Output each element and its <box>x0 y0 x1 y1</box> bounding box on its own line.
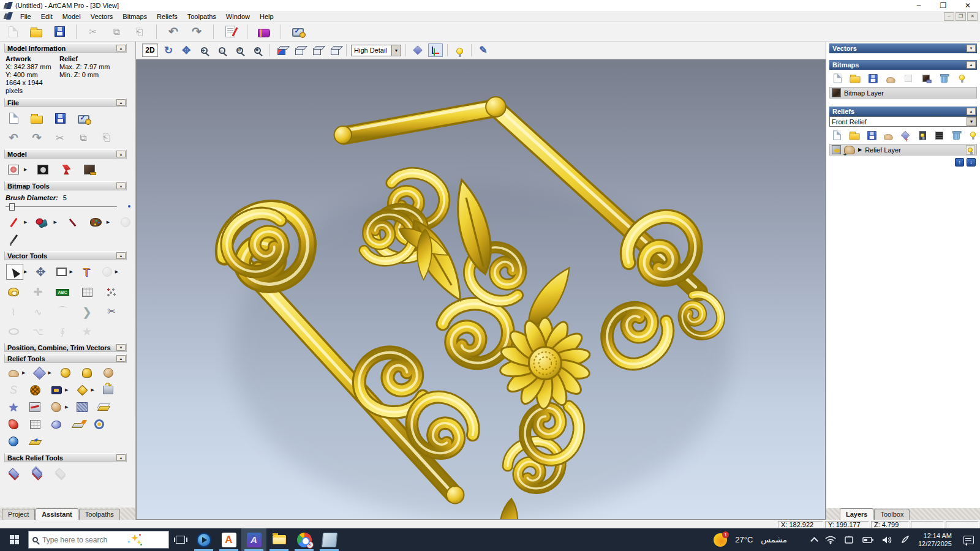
new-relief-layer-button[interactable] <box>832 130 842 141</box>
collapse-file-button[interactable]: ▲ <box>116 99 126 106</box>
dropdown-arrow-icon[interactable]: ▼ <box>391 45 401 56</box>
emboss-wizard-tool[interactable] <box>49 383 64 397</box>
toggle-all-bitmaps-button[interactable] <box>957 73 967 84</box>
create-text-tool[interactable]: T <box>79 264 94 279</box>
weather-temp[interactable]: 27°C <box>735 535 753 544</box>
artcam-options-button[interactable] <box>290 24 306 40</box>
trim-vectors-tool[interactable]: ✂ <box>104 304 119 319</box>
position-combine-trim-header[interactable]: Position, Combine, Trim Vectors ▼ <box>4 343 127 352</box>
tab-project[interactable]: Project <box>2 509 35 520</box>
expand-position-button[interactable]: ▼ <box>116 344 126 351</box>
isometric-view-button[interactable] <box>274 43 288 57</box>
move-layer-down-button[interactable]: ↓ <box>967 158 976 167</box>
dome-relief-tool[interactable] <box>49 417 64 432</box>
view-along-z-button[interactable] <box>327 43 342 57</box>
texture-relief-tool[interactable] <box>75 400 89 414</box>
undo-button[interactable]: ↶ <box>165 24 181 40</box>
paste-bitmap-layer-button[interactable] <box>903 73 914 84</box>
collapse-reliefs-button[interactable]: ▲ <box>967 108 976 115</box>
text-on-curve-tool[interactable]: ABC <box>55 285 70 299</box>
layer-visibility-button[interactable] <box>966 145 974 155</box>
open-bitmap-layer-button[interactable] <box>850 73 861 84</box>
save-relief-layer-button[interactable] <box>867 130 876 141</box>
lighting-material-tool[interactable] <box>59 162 74 177</box>
open-model-button[interactable] <box>28 24 44 40</box>
mdi-restore-button[interactable]: ❐ <box>956 12 966 21</box>
collapse-model-button[interactable]: ▲ <box>116 151 126 157</box>
sculpt-deposit-tool[interactable] <box>80 365 94 380</box>
expand-vectors-button[interactable]: ▼ <box>967 45 976 52</box>
sphere-relief-tool[interactable] <box>6 434 21 449</box>
view-along-y-button[interactable] <box>309 43 324 57</box>
bitmap-layer-row[interactable]: Bitmap Layer <box>829 87 977 99</box>
create-arc-tool[interactable]: ⌒ <box>55 304 70 319</box>
zoom-objects-button[interactable]: ❖ <box>250 43 265 57</box>
notification-center-icon[interactable] <box>963 536 974 544</box>
colour-palette-tool[interactable] <box>89 215 104 230</box>
taskbar-clock[interactable]: 12:14 AM 12/27/2025 <box>918 532 952 548</box>
search-input[interactable] <box>42 536 122 544</box>
relief-envelope-tool[interactable] <box>28 417 42 432</box>
new-model-tool[interactable] <box>6 111 21 126</box>
create-rectangle-tool[interactable] <box>54 264 69 279</box>
reliefs-header[interactable]: Reliefs ▲ <box>829 107 977 116</box>
open-model-tool[interactable] <box>29 111 44 126</box>
tab-toolpaths[interactable]: Toolpaths <box>79 509 120 520</box>
relief-set-dropdown[interactable]: Front Relief ▼ <box>829 116 977 127</box>
taskbar-app-explorer[interactable] <box>266 528 292 551</box>
collapse-bitmap-tools-button[interactable]: ▲ <box>116 182 126 189</box>
menu-edit[interactable]: Edit <box>36 12 58 21</box>
copy-relief-layer-button[interactable] <box>884 130 894 141</box>
relief-from-image-tool[interactable] <box>6 417 21 432</box>
offset-relief-tool[interactable] <box>96 400 111 414</box>
create-star-tool[interactable]: ★ <box>80 324 94 339</box>
save-model-tool[interactable] <box>53 111 67 126</box>
draw-relief-toggle[interactable] <box>410 43 425 57</box>
vectors-header[interactable]: Vectors ▼ <box>829 43 977 53</box>
cut-button[interactable]: ✂ <box>85 24 101 40</box>
light-toggle[interactable] <box>452 43 467 57</box>
zoom-out-button[interactable]: − <box>214 43 229 57</box>
dropdown-arrow-icon[interactable]: ▼ <box>967 117 976 126</box>
sculpt-smooth-tool[interactable] <box>58 365 73 380</box>
back-relief-tools-header[interactable]: Back Relief Tools ▲ <box>4 453 127 462</box>
merge-bitmap-layers-button[interactable] <box>921 73 932 84</box>
move-layer-up-button[interactable]: ↑ <box>955 158 964 167</box>
menu-help[interactable]: Help <box>255 12 279 21</box>
measure-tool[interactable] <box>6 285 21 299</box>
menu-bitmaps[interactable]: Bitmaps <box>118 12 152 21</box>
menu-file[interactable]: File <box>15 12 36 21</box>
rotate-view-button[interactable]: ↻ <box>161 43 176 57</box>
taskbar-search[interactable] <box>28 531 169 549</box>
block-copy-tool[interactable]: ✚ <box>31 285 45 299</box>
vector-tools-header[interactable]: Vector Tools ▲ <box>4 251 127 260</box>
collapse-model-info-button[interactable]: ▲ <box>116 45 126 51</box>
model-section-header[interactable]: Model ▲ <box>4 149 127 159</box>
taskbar-app-notepad[interactable] <box>317 528 342 551</box>
nesting-tool[interactable] <box>104 285 119 299</box>
reference-help-button[interactable] <box>256 24 272 40</box>
paste-button[interactable]: ⎗ <box>132 24 148 40</box>
colour-picker-tool[interactable] <box>66 215 80 230</box>
node-editing-tool[interactable] <box>100 264 115 279</box>
smooth-relief-tool[interactable] <box>32 365 47 380</box>
tab-toolbox[interactable]: Toolbox <box>874 509 910 520</box>
envelope-distort-tool[interactable] <box>80 285 94 299</box>
select-vectors-tool[interactable] <box>6 264 23 280</box>
expand-layer-arrow[interactable]: ▶ <box>858 147 862 152</box>
collapse-bitmaps-button[interactable]: ▲ <box>967 61 976 69</box>
menu-model[interactable]: Model <box>58 12 86 21</box>
star-relief-tool[interactable]: ★ <box>6 400 21 414</box>
toggle-2d-view-button[interactable]: 2D <box>142 43 158 57</box>
notes-button[interactable] <box>222 24 238 40</box>
back-relief-copy-tool[interactable] <box>29 466 44 481</box>
relief-layer-row[interactable]: ▶ Relief Layer <box>829 144 977 156</box>
weather-condition[interactable]: مشمس <box>761 535 787 544</box>
zoom-previous-button[interactable]: ↺ <box>232 43 247 57</box>
model-information-header[interactable]: Model Information ▲ <box>4 43 127 53</box>
texture-roll-tool[interactable] <box>49 400 64 414</box>
menu-window[interactable]: Window <box>221 12 255 21</box>
restore-button[interactable]: ❐ <box>931 0 956 11</box>
extrude-relief-tool[interactable]: ★ <box>28 434 42 449</box>
slider-thumb[interactable] <box>9 203 15 211</box>
